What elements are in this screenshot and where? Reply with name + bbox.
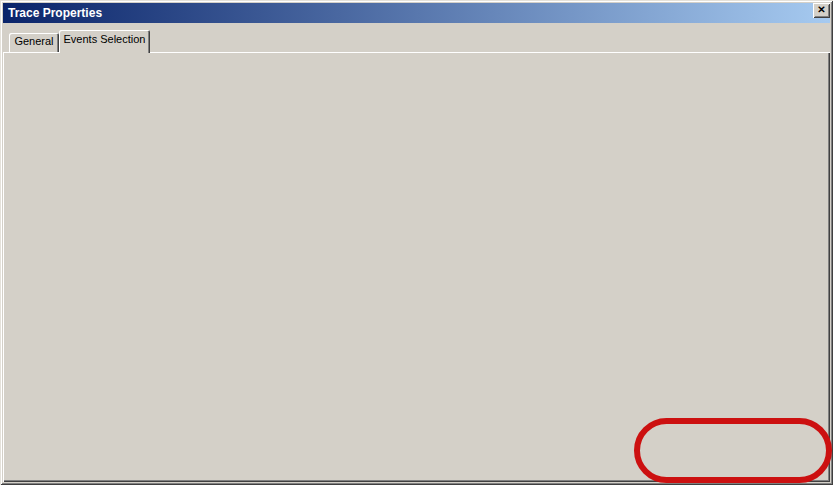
window-title: Trace Properties: [3, 6, 102, 20]
trace-properties-dialog: Trace Properties ✕ General Events Select…: [0, 0, 833, 485]
title-bar[interactable]: Trace Properties: [3, 3, 830, 23]
tab-events-selection[interactable]: Events Selection: [59, 30, 150, 53]
tab-page-panel: [3, 52, 830, 482]
tab-general[interactable]: General: [9, 33, 59, 52]
close-button[interactable]: ✕: [813, 3, 830, 18]
